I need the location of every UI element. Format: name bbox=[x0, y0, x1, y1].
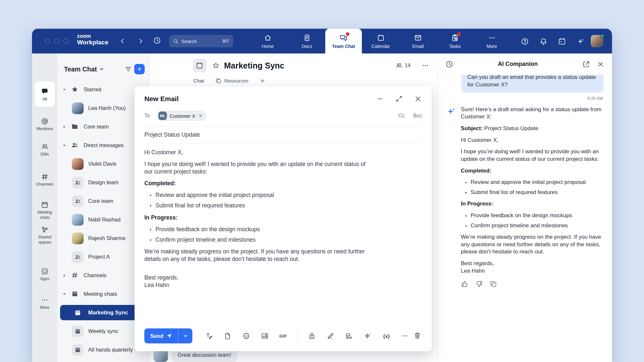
calendar-today-button[interactable] bbox=[557, 37, 567, 46]
ai-sparkle-outline-icon bbox=[364, 332, 372, 340]
avatar bbox=[72, 214, 84, 226]
gif-button[interactable]: GIF bbox=[279, 334, 287, 339]
copy-button[interactable] bbox=[490, 280, 497, 288]
in-progress-list: Provide feedback on the design mockups C… bbox=[148, 226, 373, 244]
template-button[interactable] bbox=[345, 332, 353, 340]
chevron-right-icon bbox=[137, 38, 144, 44]
window-close-button[interactable] bbox=[45, 38, 50, 44]
ai-open-in-window-button[interactable] bbox=[582, 60, 590, 68]
avatar bbox=[72, 233, 84, 244]
help-button[interactable] bbox=[520, 37, 529, 46]
ai-close-button[interactable] bbox=[596, 60, 605, 68]
emoji-button[interactable] bbox=[242, 332, 250, 340]
subject-field[interactable]: Project Status Update bbox=[144, 127, 422, 143]
ai-response-text: Sure! Here’s a draft email asking for a … bbox=[461, 106, 604, 279]
panel-title[interactable]: Team Chat bbox=[64, 66, 97, 73]
remove-recipient-button[interactable]: ✕ bbox=[198, 113, 203, 118]
ai-conversation[interactable]: Can you draft an email that provides a s… bbox=[438, 75, 612, 362]
member-count-button[interactable]: 14 bbox=[395, 62, 411, 69]
nav-more[interactable]: More bbox=[474, 29, 510, 53]
ai-sparkle-icon bbox=[576, 37, 585, 46]
tab-chat[interactable]: Chat bbox=[193, 78, 204, 84]
channel-more-button[interactable] bbox=[421, 62, 429, 69]
close-modal-button[interactable] bbox=[414, 95, 422, 103]
nav-calendar[interactable]: Calendar bbox=[362, 29, 399, 53]
to-field[interactable]: To ML Customer X ✕ Cc Bcc bbox=[144, 111, 422, 121]
list-item: Review and approve the initial project p… bbox=[148, 191, 373, 199]
caret-down-icon bbox=[62, 292, 66, 296]
send-button[interactable]: Send bbox=[144, 328, 178, 343]
thumbs-down-button[interactable] bbox=[475, 280, 483, 288]
search-input[interactable]: Search ⌘F bbox=[169, 35, 233, 47]
copy-icon bbox=[490, 280, 497, 288]
encrypt-lock-icon bbox=[308, 332, 316, 340]
ai-response-subject: Subject: Project Status Update bbox=[461, 125, 604, 132]
rail-item-shared-spaces[interactable]: Shared spaces bbox=[32, 226, 57, 245]
more-dots-icon bbox=[401, 332, 409, 339]
caret-down-icon bbox=[62, 143, 66, 147]
insert-image-button[interactable] bbox=[261, 332, 269, 340]
thumbs-up-button[interactable] bbox=[461, 280, 469, 288]
nav-team-chat[interactable]: Team Chat bbox=[325, 29, 362, 53]
file-icon bbox=[224, 332, 232, 340]
forward-button[interactable] bbox=[136, 37, 145, 46]
ai-companion-topbar-button[interactable] bbox=[576, 37, 585, 46]
recipient-chip[interactable]: ML Customer X ✕ bbox=[157, 111, 206, 121]
format-text-button[interactable] bbox=[205, 332, 213, 340]
notifications-button[interactable] bbox=[539, 37, 548, 46]
user-avatar[interactable] bbox=[591, 35, 603, 47]
send-options-button[interactable] bbox=[178, 328, 192, 343]
expand-button[interactable] bbox=[395, 95, 403, 103]
variables-button[interactable]: {x} bbox=[382, 332, 391, 340]
rail-item-meeting-chats[interactable]: Meeting chats bbox=[32, 201, 57, 220]
tab-resources[interactable]: Resources bbox=[215, 78, 249, 84]
chevron-down-icon[interactable] bbox=[99, 67, 104, 72]
rail-item-all[interactable]: All bbox=[35, 82, 55, 107]
online-status-dot bbox=[600, 34, 604, 38]
add-tab-button[interactable] bbox=[260, 78, 266, 84]
list-item-lea-rajesh-1-1[interactable]: Lea/Rajesh 1:1 bbox=[57, 359, 149, 362]
nav-docs[interactable]: Docs bbox=[289, 29, 325, 53]
ai-history-button[interactable] bbox=[445, 60, 454, 68]
new-chat-button[interactable]: + bbox=[134, 64, 145, 74]
minimize-button[interactable] bbox=[376, 95, 384, 103]
nav-tasks[interactable]: Tasks bbox=[437, 29, 473, 53]
attach-file-button[interactable] bbox=[223, 332, 232, 340]
ai-compose-button[interactable] bbox=[363, 332, 372, 340]
rail-shared-spaces-label: Shared spaces bbox=[34, 235, 56, 245]
discard-draft-button[interactable] bbox=[413, 332, 422, 340]
filter-button[interactable] bbox=[124, 65, 132, 73]
search-icon bbox=[173, 38, 179, 44]
help-icon bbox=[521, 37, 529, 46]
cc-button[interactable]: Cc bbox=[398, 113, 405, 119]
nav-email[interactable]: Email bbox=[400, 29, 436, 53]
new-email-modal: New Email To ML Customer X ✕ bbox=[135, 86, 432, 351]
close-icon bbox=[597, 61, 604, 68]
star-channel-button[interactable] bbox=[212, 62, 219, 69]
bcc-button[interactable]: Bcc bbox=[413, 113, 422, 119]
signature-button[interactable] bbox=[326, 332, 335, 340]
window-zoom-button[interactable] bbox=[63, 38, 69, 44]
avatar bbox=[72, 102, 84, 114]
rail-item-apps[interactable]: Apps bbox=[32, 267, 57, 282]
nav-tasks-label: Tasks bbox=[449, 44, 461, 49]
rail-more-label: More bbox=[40, 305, 49, 310]
history-button[interactable] bbox=[153, 36, 163, 46]
rail-meeting-chats-label: Meeting chats bbox=[34, 210, 56, 220]
rail-item-more[interactable]: More bbox=[32, 296, 57, 310]
plus-icon bbox=[260, 78, 266, 84]
encrypt-button[interactable] bbox=[308, 332, 316, 340]
email-body-editor[interactable]: Hi Customer X, I hope you’re doing well!… bbox=[144, 149, 373, 289]
rail-item-mentions[interactable]: Mentions bbox=[32, 117, 57, 132]
group-icon bbox=[74, 179, 81, 186]
thumbs-down-icon bbox=[475, 280, 483, 288]
ai-response-body-intro: I hope you’re doing well! I wanted to pr… bbox=[461, 148, 604, 163]
search-shortcut: ⌘F bbox=[222, 38, 229, 44]
window-minimize-button[interactable] bbox=[54, 38, 59, 44]
rail-item-dms[interactable]: DMs bbox=[32, 143, 57, 157]
ai-response-greeting: Hi Customer X, bbox=[461, 137, 604, 144]
toolbar-more-button[interactable] bbox=[401, 332, 409, 340]
rail-item-channels[interactable]: Channels bbox=[32, 173, 57, 187]
nav-home[interactable]: Home bbox=[250, 29, 286, 53]
back-button[interactable] bbox=[118, 37, 127, 46]
